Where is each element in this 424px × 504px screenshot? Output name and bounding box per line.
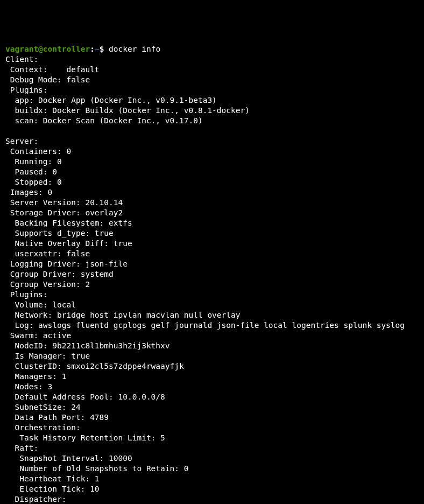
command-text: docker info — [104, 45, 160, 53]
prompt-colon: : — [90, 45, 95, 53]
terminal[interactable]: vagrant@controller:~$ docker info Client… — [5, 44, 419, 504]
prompt-host: controller — [43, 45, 90, 53]
prompt-tilde: ~ — [95, 45, 100, 53]
prompt-at: @ — [38, 45, 43, 53]
terminal-output: Client: Context: default Debug Mode: fal… — [5, 54, 419, 504]
prompt-line: vagrant@controller:~$ docker info — [5, 45, 160, 53]
prompt-user: vagrant — [5, 45, 38, 53]
